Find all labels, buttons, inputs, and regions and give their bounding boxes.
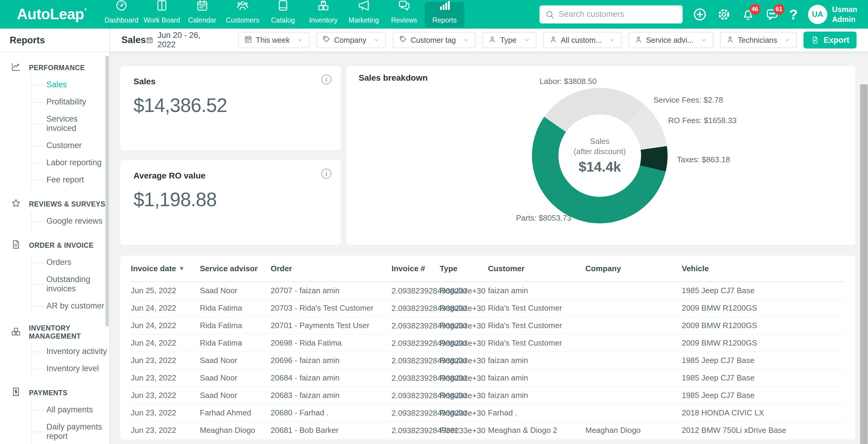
table-row[interactable]: Jun 23, 2022Saad Noor20684 - faizan amin… bbox=[131, 369, 845, 387]
table-row[interactable]: Jun 24, 2022Rida Fatima20701 - Payments … bbox=[131, 317, 845, 334]
sales-value: $14,386.52 bbox=[133, 94, 328, 116]
donut-center: Sales (after discount) $14.4k bbox=[558, 114, 641, 197]
cell-order: 20696 - faizan amin bbox=[271, 356, 392, 365]
cell-service-advisor: Meaghan Diogo bbox=[200, 425, 271, 435]
autoleap-logo[interactable]: AutoLeapʼ bbox=[17, 0, 86, 29]
sales-donut: Sales (after discount) $14.4k bbox=[532, 88, 668, 224]
label-ro-fees: RO Fees: $1658.33 bbox=[668, 116, 737, 125]
cell-order: 20703 - Rida's Test Customer bbox=[271, 303, 392, 313]
nav-item-reviews[interactable]: Reviews bbox=[384, 2, 424, 27]
nav-item-catalog[interactable]: Catalog bbox=[263, 2, 303, 27]
user-menu[interactable]: UA UsmanAdmin bbox=[808, 4, 857, 24]
nav-item-work-board[interactable]: Work Board bbox=[142, 2, 182, 27]
info-icon[interactable]: i bbox=[321, 74, 332, 84]
sidebar-item-sales[interactable]: Sales bbox=[32, 76, 110, 93]
column-header-invoice-#[interactable]: Invoice # bbox=[392, 264, 440, 273]
cell-invoice-date: Jun 23, 2022 bbox=[131, 356, 200, 365]
page-scrollbar-track bbox=[860, 58, 868, 444]
sidebar-item-customer[interactable]: Customer bbox=[32, 137, 110, 154]
page-header: Sales Jun 20 - 26, 2022 This weekCompany… bbox=[110, 29, 868, 52]
help-button[interactable]: ? bbox=[789, 6, 798, 23]
notifications-button[interactable]: 46 bbox=[741, 7, 755, 21]
label-taxes: Taxes: $863.18 bbox=[677, 155, 730, 164]
cell-customer: Farhad . bbox=[488, 408, 585, 417]
filter-technicians[interactable]: Technicians bbox=[720, 32, 797, 48]
sidebar-item-inventory-activity[interactable]: Inventory activity bbox=[32, 343, 110, 360]
app-header: AutoLeapʼ DashboardWork BoardCalendarCus… bbox=[0, 0, 868, 29]
table-row[interactable]: Jun 23, 2022Farhad Ahmed20680 - Farhad .… bbox=[131, 404, 845, 422]
column-header-order[interactable]: Order bbox=[271, 264, 392, 273]
table-row[interactable]: Jun 25, 2022Saad Noor20707 - faizan amin… bbox=[131, 282, 845, 300]
cell-service-advisor: Saad Noor bbox=[200, 391, 271, 400]
settings-button[interactable] bbox=[717, 7, 731, 21]
cell-vehicle: 2009 BMW R1200GS bbox=[682, 338, 845, 348]
nav-item-inventory[interactable]: Inventory bbox=[304, 2, 343, 27]
cell-order: 20684 - faizan amin bbox=[271, 373, 392, 383]
table-header-row: Invoice date▼Service advisorOrderInvoice… bbox=[131, 255, 845, 282]
filter-service-advi-[interactable]: Service advi... bbox=[628, 32, 713, 48]
nav-item-marketing[interactable]: Marketing bbox=[344, 2, 384, 27]
column-header-company[interactable]: Company bbox=[585, 264, 682, 273]
person-cap-icon bbox=[634, 35, 643, 45]
board-icon bbox=[156, 0, 168, 16]
sidebar-section-performance: PERFORMANCESalesProfitabilityServices in… bbox=[0, 62, 110, 189]
table-row[interactable]: Jun 23, 2022Meaghan Diogo20681 - Bob Bar… bbox=[131, 422, 845, 439]
filter-customer-tag[interactable]: Customer tag bbox=[393, 32, 475, 48]
table-row[interactable]: Jun 24, 2022Rida Fatima20703 - Rida's Te… bbox=[131, 300, 845, 317]
date-range-picker[interactable]: Jun 20 - 26, 2022 bbox=[146, 31, 213, 49]
table-row[interactable]: Jun 23, 2022Saad Noor20696 - faizan amin… bbox=[131, 352, 845, 369]
sidebar-item-profitability[interactable]: Profitability bbox=[32, 93, 110, 110]
reviews-icon bbox=[398, 0, 410, 16]
message-badge: 61 bbox=[774, 4, 784, 15]
cell-service-advisor: Farhad Ahmed bbox=[200, 408, 271, 417]
export-button[interactable]: Export bbox=[804, 32, 857, 48]
sidebar-item-orders[interactable]: Orders bbox=[32, 254, 110, 271]
column-header-type[interactable]: Type bbox=[440, 264, 488, 273]
cell-service-advisor: Rida Fatima bbox=[200, 321, 271, 330]
customer-search[interactable] bbox=[539, 5, 683, 24]
sidebar-item-labor-reporting[interactable]: Labor reporting bbox=[32, 154, 110, 171]
nav-item-dashboard[interactable]: Dashboard bbox=[101, 2, 141, 27]
filter-type[interactable]: Type bbox=[482, 32, 536, 48]
cell-vehicle: 1985 Jeep CJ7 Base bbox=[682, 356, 845, 365]
sidebar-item-services-invoiced[interactable]: Services invoiced bbox=[32, 110, 110, 137]
sidebar-item-daily-payments-report[interactable]: Daily payments report bbox=[32, 418, 110, 444]
messages-button[interactable]: 61 bbox=[765, 7, 779, 21]
table-body: Jun 25, 2022Saad Noor20707 - faizan amin… bbox=[131, 282, 845, 439]
column-header-customer[interactable]: Customer bbox=[488, 264, 585, 273]
customers-icon bbox=[236, 0, 249, 16]
column-header-invoice-date[interactable]: Invoice date▼ bbox=[131, 264, 200, 273]
search-input[interactable] bbox=[559, 10, 677, 19]
sidebar-item-inventory-level[interactable]: Inventory level bbox=[32, 360, 110, 377]
cell-service-advisor: Saad Noor bbox=[200, 373, 271, 383]
nav-item-reports[interactable]: Reports bbox=[425, 2, 464, 27]
column-header-vehicle[interactable]: Vehicle bbox=[682, 264, 845, 273]
cell-invoice-number: 2.0938239284938233e+30 bbox=[392, 352, 440, 369]
sidebar-item-fee-report[interactable]: Fee report bbox=[32, 171, 110, 189]
filter-company[interactable]: Company bbox=[316, 32, 386, 48]
invoices-table-card: Invoice date▼Service advisorOrderInvoice… bbox=[120, 255, 855, 440]
page-scrollbar-thumb[interactable] bbox=[860, 84, 868, 444]
chevron-down-icon bbox=[700, 36, 707, 44]
table-row[interactable]: Jun 23, 2022Saad Noor20683 - faizan amin… bbox=[131, 387, 845, 404]
boxes-icon bbox=[11, 326, 21, 338]
filter-all-custom-[interactable]: All custom... bbox=[543, 32, 622, 48]
sidebar-item-google-reviews[interactable]: Google reviews bbox=[32, 212, 110, 230]
info-icon[interactable]: i bbox=[321, 169, 332, 179]
nav-item-calendar[interactable]: Calendar bbox=[182, 2, 222, 27]
sidebar-scrollbar[interactable] bbox=[105, 56, 109, 327]
cell-vehicle: 1985 Jeep CJ7 Base bbox=[682, 391, 845, 400]
filter-this-week[interactable]: This week bbox=[238, 32, 310, 48]
sidebar-item-outstanding-invoices[interactable]: Outstanding invoices bbox=[32, 271, 110, 298]
table-row[interactable]: Jun 24, 2022Rida Fatima20698 - Rida Fati… bbox=[131, 334, 845, 352]
sidebar-item-all-payments[interactable]: All payments bbox=[32, 401, 110, 418]
calendar-icon bbox=[146, 36, 153, 44]
export-icon bbox=[811, 36, 819, 44]
nav-item-customers[interactable]: Customers bbox=[223, 2, 262, 27]
section-label: INVENTORY MANAGEMENT bbox=[29, 324, 110, 340]
sidebar-item-ar-by-customer[interactable]: AR by customer bbox=[32, 298, 110, 314]
logo-tick-icon: ʼ bbox=[84, 6, 87, 16]
add-button[interactable] bbox=[693, 7, 707, 21]
column-header-service-advisor[interactable]: Service advisor bbox=[200, 264, 271, 273]
plus-circle-icon bbox=[693, 7, 707, 21]
